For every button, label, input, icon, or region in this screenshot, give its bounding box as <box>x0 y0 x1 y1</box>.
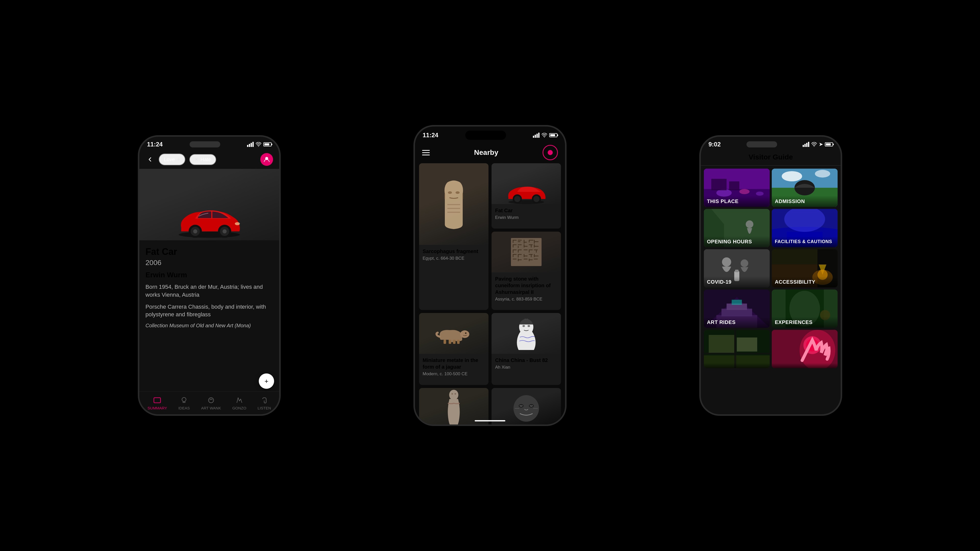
svg-rect-58 <box>518 254 522 255</box>
svg-rect-61 <box>525 256 528 256</box>
visitor-guide-header: Visitor Guide <box>701 150 841 165</box>
svg-rect-75 <box>444 340 446 344</box>
menu-button[interactable] <box>422 150 430 156</box>
time-center: 11:24 <box>423 132 438 139</box>
nav-listen[interactable]: LISTEN <box>253 394 275 412</box>
profile-button[interactable] <box>260 153 273 166</box>
sarcophagus-img <box>419 163 488 245</box>
svg-rect-78 <box>457 340 460 344</box>
location-dot <box>548 150 553 155</box>
svg-rect-28 <box>513 240 514 243</box>
back-button[interactable] <box>145 155 155 164</box>
artwork-image <box>139 169 279 240</box>
svg-rect-45 <box>534 245 535 248</box>
svg-rect-49 <box>518 249 519 252</box>
artwork-medium: Porsche Carrera Chassis, body and interi… <box>145 303 273 319</box>
status-icons-center <box>533 133 557 138</box>
svg-point-82 <box>449 390 458 400</box>
svg-rect-63 <box>531 254 531 257</box>
this-place-label: THIS PLACE <box>704 196 770 207</box>
nav-gonzo-label: GONZO <box>232 406 246 410</box>
time-left: 11:24 <box>147 141 162 148</box>
svg-point-103 <box>746 221 753 228</box>
guide-item-art-rides[interactable]: ART RIDES <box>704 289 770 328</box>
jaguar-title: Miniature metate in the form of a jaguar <box>423 357 485 370</box>
center-top-bar: Nearby <box>415 142 565 163</box>
guide-item-admission[interactable]: ADMISSION <box>772 168 838 207</box>
svg-rect-131 <box>737 338 757 351</box>
svg-rect-48 <box>513 250 514 253</box>
guide-item-this-place[interactable]: THIS PLACE <box>704 168 770 207</box>
nearby-item-sarcophagus[interactable]: Sarcophagus fragment Egypt, c. 664-30 BC… <box>419 163 488 310</box>
visitor-guide-title: Visitor Guide <box>749 153 793 161</box>
guide-item-covid[interactable]: COVID-19 <box>704 249 770 287</box>
wifi-icon-center <box>542 133 547 138</box>
svg-rect-41 <box>524 245 525 248</box>
svg-rect-20 <box>447 212 460 213</box>
nav-summary[interactable]: SUMMARY <box>143 394 171 412</box>
svg-rect-66 <box>513 259 517 259</box>
svg-rect-77 <box>453 340 455 344</box>
wifi-icon-right <box>811 142 817 147</box>
svg-rect-43 <box>529 245 533 245</box>
svg-rect-57 <box>514 254 517 255</box>
svg-rect-59 <box>518 255 519 257</box>
artwork-year: 2006 <box>145 259 273 267</box>
nav-ideas[interactable]: IDEAS <box>174 394 194 412</box>
status-bar-center: 11:24 <box>415 127 565 142</box>
svg-rect-55 <box>536 249 537 252</box>
svg-rect-130 <box>709 335 734 353</box>
artwank-icon <box>207 395 216 405</box>
nearby-item-jaguar[interactable]: Miniature metate in the form of a jaguar… <box>419 313 488 385</box>
menu-line-1 <box>422 150 430 151</box>
svg-point-83 <box>452 393 453 395</box>
china-title: China China - Bust 82 <box>495 357 557 364</box>
ideas-icon <box>180 395 189 405</box>
add-fab-button[interactable]: + <box>259 373 274 389</box>
jaguar-img <box>419 313 488 354</box>
svg-rect-71 <box>530 259 533 260</box>
svg-point-99 <box>815 170 830 178</box>
svg-rect-19 <box>447 208 460 209</box>
guide-item-aerial[interactable] <box>704 330 770 368</box>
phone-left: 11:24 <box>138 135 281 416</box>
hate-button[interactable]: ✕ Hate <box>189 154 216 165</box>
plus-icon: + <box>177 156 180 163</box>
svg-rect-95 <box>729 181 739 190</box>
nearby-grid: Sarcophagus fragment Egypt, c. 664-30 BC… <box>415 163 565 426</box>
fat-car-sub: Erwin Wurm <box>495 215 557 221</box>
nearby-item-paving[interactable]: Paving stone with cuneiform insription o… <box>492 232 561 310</box>
svg-rect-39 <box>518 245 522 245</box>
artwork-title: Fat Car <box>145 246 273 257</box>
nav-artwank[interactable]: ART WANK <box>197 394 225 412</box>
nearby-item-china[interactable]: China China - Bust 82 Ah Xian <box>492 313 561 385</box>
back-bar: Love + ✕ Hate <box>139 150 279 169</box>
svg-point-80 <box>522 325 525 327</box>
svg-point-84 <box>455 393 456 395</box>
svg-rect-29 <box>518 240 522 241</box>
guide-item-facilities[interactable]: FACILITIES & CAUTIONS <box>772 209 838 247</box>
svg-rect-65 <box>535 256 538 256</box>
guide-item-experiences[interactable]: EXPERIENCES <box>772 289 838 328</box>
guide-item-accessibility[interactable]: ACCESSIBILITY <box>772 249 838 287</box>
location-button[interactable] <box>542 145 558 160</box>
svg-point-5 <box>193 229 197 233</box>
nav-artwank-label: ART WANK <box>201 406 221 410</box>
guide-item-opening-hours[interactable]: OPENING HOURS <box>704 209 770 247</box>
svg-point-9 <box>235 222 240 225</box>
love-button[interactable]: Love + <box>159 154 185 165</box>
svg-rect-35 <box>534 240 535 244</box>
guide-item-candy[interactable] <box>772 330 838 368</box>
status-icons-right: ➤ <box>803 141 833 147</box>
svg-point-110 <box>741 259 748 267</box>
nav-gonzo[interactable]: GONZO <box>228 394 250 412</box>
svg-rect-38 <box>514 245 517 245</box>
opening-hours-label: OPENING HOURS <box>704 236 770 247</box>
svg-rect-133 <box>704 353 770 354</box>
fat-car-nearby-img <box>492 163 561 204</box>
svg-rect-36 <box>535 241 538 242</box>
china-img <box>492 313 561 354</box>
paving-sub: Assyria, c. 883-859 BCE <box>495 297 557 302</box>
nearby-item-fat-car[interactable]: Fat Car Erwin Wurm <box>492 163 561 229</box>
signal-icon-left <box>247 142 254 147</box>
